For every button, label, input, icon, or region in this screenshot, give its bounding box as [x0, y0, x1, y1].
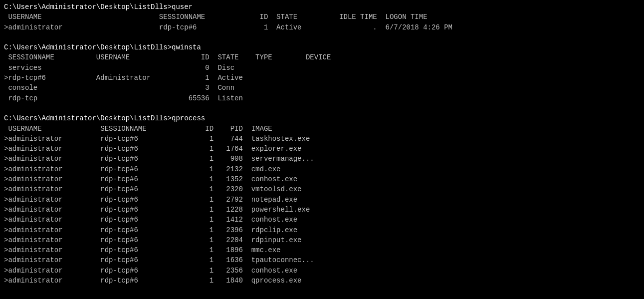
terminal-line: >administrator rdp-tcp#6 1 2320 vmtoolsd… — [4, 184, 640, 194]
terminal-line: >administrator rdp-tcp#6 1 908 serverman… — [4, 154, 640, 164]
terminal-line: USERNAME SESSIONNAME ID PID IMAGE — [4, 124, 640, 134]
terminal-line: >administrator rdp-tcp#6 1 1228 powershe… — [4, 205, 640, 215]
terminal-line: >administrator rdp-tcp#6 1 2204 rdpinput… — [4, 235, 640, 245]
terminal-line: >rdp-tcp#6 Administrator 1 Active — [4, 73, 640, 83]
terminal-line: >administrator rdp-tcp#6 1 1412 conhost.… — [4, 215, 640, 225]
terminal-line: SESSIONNAME USERNAME ID STATE TYPE DEVIC… — [4, 52, 640, 62]
terminal-output: C:\Users\Administrator\Desktop\ListDlls>… — [4, 2, 640, 286]
terminal-line: USERNAME SESSIONNAME ID STATE IDLE TIME … — [4, 12, 640, 22]
terminal-line: >administrator rdp-tcp#6 1 1840 qprocess… — [4, 276, 640, 286]
terminal-line: >administrator rdp-tcp#6 1 2792 notepad.… — [4, 195, 640, 205]
terminal-line: >administrator rdp-tcp#6 1 2356 conhost.… — [4, 266, 640, 276]
terminal-line: C:\Users\Administrator\Desktop\ListDlls>… — [4, 113, 640, 123]
terminal-line: >administrator rdp-tcp#6 1 1764 explorer… — [4, 144, 640, 154]
terminal-line: >administrator rdp-tcp#6 1 1636 tpautoco… — [4, 255, 640, 265]
terminal-line: >administrator rdp-tcp#6 1 Active . 6/7/… — [4, 22, 640, 32]
terminal-line: >administrator rdp-tcp#6 1 1352 conhost.… — [4, 174, 640, 184]
terminal-line: rdp-tcp 65536 Listen — [4, 93, 640, 103]
terminal-line: services 0 Disc — [4, 63, 640, 73]
terminal-line: console 3 Conn — [4, 83, 640, 93]
terminal-line: C:\Users\Administrator\Desktop\ListDlls>… — [4, 42, 640, 52]
terminal-line: >administrator rdp-tcp#6 1 2396 rdpclip.… — [4, 225, 640, 235]
terminal-line — [4, 32, 640, 42]
terminal-line: C:\Users\Administrator\Desktop\ListDlls>… — [4, 2, 640, 12]
terminal-line: >administrator rdp-tcp#6 1 1896 mmc.exe — [4, 245, 640, 255]
terminal-line: >administrator rdp-tcp#6 1 744 taskhoste… — [4, 134, 640, 144]
terminal-line — [4, 103, 640, 113]
terminal-line: >administrator rdp-tcp#6 1 2132 cmd.exe — [4, 164, 640, 174]
